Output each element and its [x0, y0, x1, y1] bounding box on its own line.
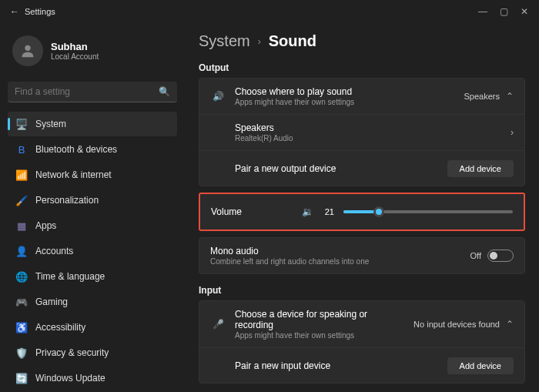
nav-icon: 🎮 — [15, 296, 28, 308]
output-heading: Output — [199, 62, 525, 73]
microphone-icon: 🎤 — [210, 319, 226, 330]
nav-icon: 🖌️ — [15, 194, 28, 206]
minimize-button[interactable]: — — [478, 6, 487, 17]
nav-label: Time & language — [35, 271, 105, 282]
sidebar-item-network-internet[interactable]: 📶Network & internet — [8, 162, 177, 187]
nav-label: Windows Update — [35, 373, 105, 384]
choose-output-row[interactable]: 🔊 Choose where to play sound Apps might … — [199, 79, 524, 114]
volume-card: Volume 🔉 21 — [199, 193, 525, 231]
mono-audio-card: Mono audio Combine left and right audio … — [199, 237, 525, 274]
sidebar-item-time-language[interactable]: 🌐Time & language — [8, 264, 177, 289]
sidebar-item-gaming[interactable]: 🎮Gaming — [8, 290, 177, 314]
mono-audio-row[interactable]: Mono audio Combine left and right audio … — [199, 238, 524, 273]
pair-input-row: Pair a new input device Add device — [199, 347, 524, 383]
output-device-card: 🔊 Choose where to play sound Apps might … — [199, 78, 525, 186]
avatar — [12, 35, 43, 66]
add-input-device-button[interactable]: Add device — [447, 357, 514, 374]
sidebar-item-accounts[interactable]: 👤Accounts — [8, 239, 177, 263]
speakers-row[interactable]: Speakers Realtek(R) Audio › — [199, 114, 524, 150]
search-box[interactable]: 🔍 — [8, 82, 177, 102]
volume-value: 21 — [325, 207, 334, 216]
titlebar: ← Settings — ▢ ✕ — [0, 0, 539, 23]
sidebar-item-personalization[interactable]: 🖌️Personalization — [8, 188, 177, 213]
nav-icon: ♿ — [15, 321, 28, 333]
sidebar-item-system[interactable]: 🖥️System — [8, 112, 177, 136]
add-output-device-button[interactable]: Add device — [447, 160, 514, 177]
volume-slider[interactable] — [343, 210, 513, 213]
sidebar-item-windows-update[interactable]: 🔄Windows Update — [8, 366, 177, 390]
breadcrumb-parent[interactable]: System — [199, 32, 250, 50]
choose-input-row[interactable]: 🎤 Choose a device for speaking or record… — [199, 301, 524, 347]
volume-row: Volume 🔉 21 — [200, 194, 524, 230]
nav-label: Personalization — [35, 195, 99, 206]
nav-icon: 🌐 — [15, 270, 28, 283]
input-device-card: 🎤 Choose a device for speaking or record… — [199, 300, 525, 384]
nav-icon: 🛡️ — [15, 347, 28, 359]
input-heading: Input — [199, 285, 525, 296]
nav-label: Privacy & security — [35, 347, 109, 358]
maximize-button[interactable]: ▢ — [500, 6, 508, 17]
breadcrumb-current: Sound — [269, 32, 316, 50]
volume-icon[interactable]: 🔉 — [300, 206, 316, 217]
nav-label: Network & internet — [35, 169, 112, 180]
nav-icon: ▦ — [15, 219, 28, 232]
nav-icon: B — [15, 143, 28, 156]
window-title: Settings — [25, 7, 55, 16]
sidebar-item-privacy-security[interactable]: 🛡️Privacy & security — [8, 340, 177, 365]
nav-icon: 🔄 — [15, 372, 28, 384]
nav-label: Apps — [35, 220, 56, 231]
mono-audio-toggle[interactable] — [487, 250, 514, 262]
back-button[interactable]: ← — [5, 6, 25, 17]
nav-icon: 🖥️ — [15, 118, 28, 130]
speaker-icon: 🔊 — [210, 91, 226, 102]
sidebar-item-accessibility[interactable]: ♿Accessibility — [8, 315, 177, 340]
nav-icon: 👤 — [15, 245, 28, 257]
user-type: Local Account — [51, 52, 99, 61]
nav: 🖥️SystemBBluetooth & devices📶Network & i… — [8, 112, 177, 390]
nav-label: Accessibility — [35, 322, 85, 333]
search-icon: 🔍 — [159, 86, 170, 97]
sidebar-item-bluetooth-devices[interactable]: BBluetooth & devices — [8, 137, 177, 162]
breadcrumb: System › Sound — [199, 32, 525, 50]
chevron-up-icon: ⌃ — [506, 319, 514, 330]
main: System › Sound Output 🔊 Choose where to … — [185, 23, 539, 392]
sidebar: Subhan Local Account 🔍 🖥️SystemBBluetoot… — [0, 23, 185, 392]
sidebar-item-apps[interactable]: ▦Apps — [8, 213, 177, 238]
svg-point-0 — [25, 45, 30, 51]
nav-label: Accounts — [35, 246, 73, 256]
nav-label: Bluetooth & devices — [35, 144, 117, 155]
chevron-right-icon: › — [258, 36, 261, 47]
close-button[interactable]: ✕ — [521, 6, 528, 17]
user-name: Subhan — [51, 41, 99, 52]
pair-output-row: Pair a new output device Add device — [199, 150, 524, 186]
search-input[interactable] — [15, 86, 159, 97]
chevron-right-icon: › — [511, 127, 514, 138]
profile[interactable]: Subhan Local Account — [8, 29, 177, 77]
chevron-up-icon: ⌃ — [506, 91, 514, 102]
nav-icon: 📶 — [15, 169, 28, 181]
nav-label: System — [35, 119, 66, 129]
nav-label: Gaming — [35, 297, 68, 307]
